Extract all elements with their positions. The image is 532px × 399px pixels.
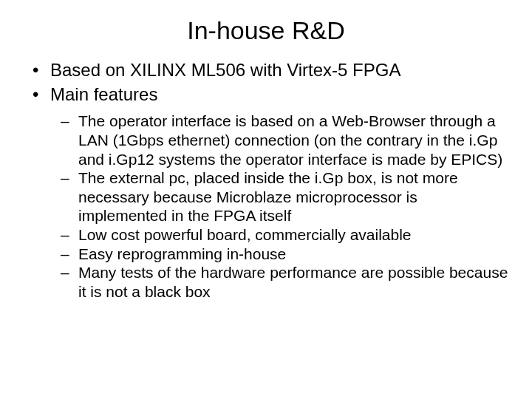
- bullet-text: Based on XILINX ML506 with Virtex-5 FPGA: [50, 58, 510, 81]
- sub-item: – Easy reprogramming in-house: [61, 245, 510, 264]
- bullet-item: • Based on XILINX ML506 with Virtex-5 FP…: [33, 58, 510, 81]
- bullet-dot-icon: •: [33, 58, 50, 81]
- bullet-dot-icon: •: [33, 83, 50, 106]
- sub-text: The operator interface is based on a Web…: [78, 112, 510, 168]
- sub-text: Easy reprogramming in-house: [78, 245, 510, 264]
- sub-item: – The operator interface is based on a W…: [61, 112, 510, 168]
- sub-item: – Low cost powerful board, commercially …: [61, 225, 510, 245]
- sub-text: Low cost powerful board, commercially av…: [78, 225, 510, 245]
- bullet-item: • Main features: [33, 83, 510, 106]
- sub-bullet-list: – The operator interface is based on a W…: [22, 112, 510, 301]
- slide-title: In-house R&D: [22, 16, 510, 45]
- bullet-text: Main features: [50, 83, 510, 106]
- sub-text: Many tests of the hardware performance a…: [78, 263, 510, 301]
- sub-text: The external pc, placed inside the i.Gp …: [78, 168, 510, 225]
- dash-icon: –: [61, 168, 78, 225]
- dash-icon: –: [61, 225, 78, 245]
- sub-item: – Many tests of the hardware performance…: [61, 263, 510, 301]
- dash-icon: –: [61, 112, 78, 168]
- dash-icon: –: [61, 263, 78, 301]
- dash-icon: –: [61, 245, 78, 264]
- sub-item: – The external pc, placed inside the i.G…: [61, 168, 510, 225]
- top-bullet-list: • Based on XILINX ML506 with Virtex-5 FP…: [22, 58, 510, 106]
